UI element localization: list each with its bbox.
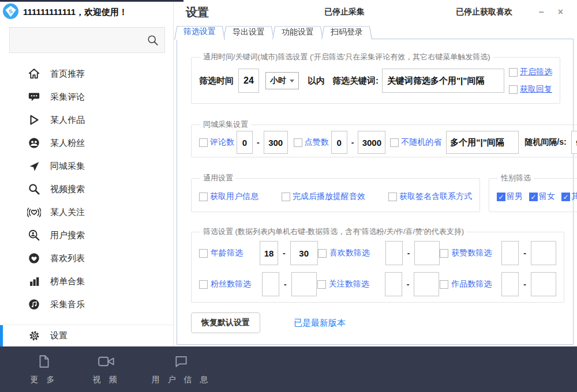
comment-max-input[interactable] bbox=[264, 131, 288, 154]
like-filter-max-input[interactable] bbox=[414, 241, 440, 265]
comment-count-label[interactable]: 评论数 bbox=[210, 137, 234, 148]
like-min-input[interactable] bbox=[331, 131, 347, 154]
fixed-province-label[interactable]: 不随机的省 bbox=[401, 137, 441, 148]
time-filter-label: 筛选时间 bbox=[199, 76, 234, 86]
praise-filter-min-input[interactable] bbox=[501, 241, 519, 265]
toolbar-item-more[interactable]: 更 多 bbox=[16, 354, 72, 385]
comment-min-input[interactable] bbox=[237, 131, 253, 154]
keep-other-checkbox[interactable] bbox=[561, 193, 570, 201]
sidebar-item-settings[interactable]: 设置 bbox=[0, 325, 173, 346]
toolbar-item-user-info[interactable]: 用 户 信 息 bbox=[141, 354, 222, 385]
restore-defaults-button[interactable]: 恢复默认设置 bbox=[191, 312, 260, 333]
sidebar-item-comments[interactable]: 采集评论 bbox=[0, 85, 173, 108]
latest-version-link[interactable]: 已是最新版本 bbox=[294, 318, 346, 329]
comment-count-checkbox[interactable] bbox=[199, 138, 208, 147]
keyword-input[interactable] bbox=[382, 69, 504, 93]
get-reply-checkbox[interactable] bbox=[509, 85, 518, 94]
age-filter-checkbox[interactable] bbox=[199, 249, 208, 258]
tab-qr-login[interactable]: 扫码登录 bbox=[326, 25, 368, 39]
time-unit-select[interactable]: 小时 bbox=[265, 72, 299, 89]
sidebar-item-follows[interactable]: 某人关注 bbox=[0, 201, 173, 224]
works-filter-label[interactable]: 作品数筛选 bbox=[451, 279, 492, 289]
fans-filter-group: 粉丝数筛选 - bbox=[199, 272, 317, 296]
like-filter-label[interactable]: 喜欢数筛选 bbox=[329, 248, 370, 258]
works-filter-min-input[interactable] bbox=[501, 272, 519, 296]
keep-female-label[interactable]: 留女 bbox=[539, 191, 555, 202]
fixed-province-checkbox[interactable] bbox=[390, 138, 399, 147]
enable-filter-checkbox[interactable] bbox=[509, 68, 518, 77]
works-filter-checkbox[interactable] bbox=[440, 280, 448, 289]
keep-male-checkbox[interactable] bbox=[497, 193, 505, 201]
follow-filter-label[interactable]: 关注数筛选 bbox=[329, 279, 369, 289]
minimize-button[interactable]: – bbox=[539, 7, 544, 17]
sidebar-item-rankings[interactable]: 榜单合集 bbox=[0, 270, 173, 293]
general-settings-fieldset: 通用设置 获取用户信息 完成后播放提醒音效 获取签名含联系方式 bbox=[191, 173, 480, 212]
sidebar-item-like-list[interactable]: 喜欢列表 bbox=[0, 247, 173, 270]
like-max-input[interactable] bbox=[358, 131, 385, 154]
fans-filter-checkbox[interactable] bbox=[199, 280, 208, 289]
keep-female-checkbox[interactable] bbox=[529, 193, 538, 201]
like-filter-checkbox[interactable] bbox=[318, 249, 327, 258]
follow-filter-max-input[interactable] bbox=[414, 272, 439, 296]
get-user-info-row: 获取用户信息 bbox=[199, 191, 258, 202]
sidebar-search-box bbox=[9, 27, 165, 53]
like-count-label[interactable]: 点赞数 bbox=[305, 137, 329, 148]
get-user-info-checkbox[interactable] bbox=[199, 193, 208, 201]
tab-function-settings[interactable]: 功能设置 bbox=[277, 25, 319, 39]
play-sound-label[interactable]: 完成后播放提醒音效 bbox=[293, 191, 365, 202]
fans-filter-min-input[interactable] bbox=[262, 272, 279, 296]
follow-filter-checkbox[interactable] bbox=[317, 280, 326, 289]
tab-bar: 筛选设置 导出设置 功能设置 扫码登录 bbox=[179, 24, 375, 39]
signature-contact-checkbox[interactable] bbox=[388, 193, 397, 201]
sidebar-item-video-search[interactable]: 视频搜索 bbox=[0, 178, 173, 201]
within-label: 以内 bbox=[308, 76, 325, 86]
praise-filter-checkbox[interactable] bbox=[440, 249, 448, 258]
sidebar-item-label: 同城采集 bbox=[50, 161, 85, 172]
like-filter-min-input[interactable] bbox=[385, 241, 403, 265]
signature-contact-label[interactable]: 获取签名含联系方式 bbox=[399, 191, 472, 202]
get-user-info-label[interactable]: 获取用户信息 bbox=[210, 191, 258, 202]
close-button[interactable]: × bbox=[558, 7, 563, 17]
keep-other-label[interactable]: 其它 bbox=[571, 191, 577, 202]
play-sound-checkbox[interactable] bbox=[282, 193, 290, 201]
sidebar-item-label: 某人作品 bbox=[50, 115, 85, 126]
tab-filter-settings[interactable]: 筛选设置 bbox=[179, 24, 220, 40]
fieldset-legend: 通用设置 bbox=[200, 173, 236, 183]
fans-filter-label[interactable]: 粉丝数筛选 bbox=[211, 279, 251, 289]
selected-unit: 小时 bbox=[270, 76, 286, 86]
enable-filter-label[interactable]: 开启筛选 bbox=[520, 67, 552, 77]
time-value-input[interactable] bbox=[238, 69, 259, 93]
sidebar-item-fans[interactable]: 某人粉丝 bbox=[0, 131, 173, 154]
praise-filter-label[interactable]: 获赞数筛选 bbox=[451, 248, 492, 258]
random-interval-input[interactable] bbox=[571, 131, 577, 154]
sidebar-menu: 首页推荐 采集评论 某人作品 某人粉丝 同城采集 视频搜索 某人关注 用户搜索 bbox=[0, 62, 173, 316]
search-icon[interactable] bbox=[141, 34, 164, 47]
sidebar-item-home[interactable]: 首页推荐 bbox=[0, 62, 173, 85]
fans-filter-max-input[interactable] bbox=[291, 272, 317, 296]
age-filter-label[interactable]: 年龄筛选 bbox=[211, 248, 243, 258]
tab-label: 扫码登录 bbox=[331, 27, 363, 36]
like-count-checkbox[interactable] bbox=[294, 138, 302, 147]
range-dash: - bbox=[407, 248, 410, 258]
age-max-input[interactable] bbox=[290, 241, 318, 265]
keep-male-label[interactable]: 留男 bbox=[507, 191, 523, 202]
sidebar-item-city-collect[interactable]: 同城采集 bbox=[0, 154, 173, 178]
follow-filter-min-input[interactable] bbox=[385, 272, 402, 296]
sidebar-item-user-search[interactable]: 用户搜索 bbox=[0, 224, 173, 247]
province-input[interactable] bbox=[446, 131, 519, 154]
age-min-input[interactable] bbox=[260, 241, 278, 265]
video-search-icon bbox=[27, 183, 41, 195]
signature-contact-row: 获取签名含联系方式 bbox=[388, 191, 472, 202]
get-reply-label[interactable]: 获取回复 bbox=[520, 84, 552, 95]
works-filter-max-input[interactable] bbox=[531, 272, 556, 296]
status-collect: 已停止采集 bbox=[324, 7, 365, 17]
gender-filter-fieldset: 性别筛选 留男 留女 其它 bbox=[489, 173, 577, 212]
sidebar-item-works[interactable]: 某人作品 bbox=[0, 108, 173, 131]
keep-other-row: 其它 bbox=[561, 191, 577, 202]
sidebar-search-input[interactable] bbox=[10, 28, 141, 52]
sidebar-item-music[interactable]: 采集音乐 bbox=[0, 293, 173, 316]
tab-export-settings[interactable]: 导出设置 bbox=[228, 25, 269, 39]
toolbar-item-video[interactable]: 视 频 bbox=[78, 354, 134, 385]
range-dash: - bbox=[523, 248, 526, 258]
praise-filter-max-input[interactable] bbox=[531, 241, 556, 265]
